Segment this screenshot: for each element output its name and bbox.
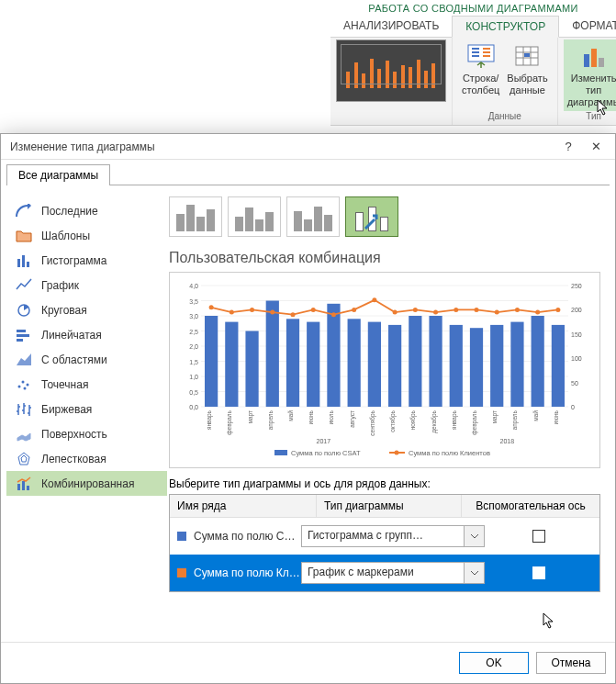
- svg-rect-56: [450, 325, 463, 407]
- svg-point-74: [454, 308, 458, 312]
- svg-point-15: [27, 383, 29, 386]
- svg-rect-11: [17, 334, 29, 337]
- tab-design[interactable]: КОНСТРУКТОР: [452, 16, 559, 38]
- scatter-icon: [16, 377, 32, 392]
- svg-point-103: [395, 451, 399, 455]
- type-templates[interactable]: Шаблоны: [6, 223, 167, 248]
- svg-rect-52: [368, 322, 381, 407]
- svg-rect-55: [429, 316, 442, 407]
- recent-icon: [16, 204, 32, 219]
- series-name-1: Сумма по полю Кл…: [194, 566, 301, 579]
- svg-text:июнь: июнь: [553, 409, 559, 424]
- subtype-custom[interactable]: [345, 196, 398, 237]
- subtype-3[interactable]: [286, 196, 340, 237]
- svg-rect-2: [524, 53, 530, 57]
- svg-text:ноябрь: ноябрь: [409, 409, 417, 430]
- bar-icon: [16, 328, 32, 342]
- series-row-1[interactable]: Сумма по полю Кл… График с маркерами: [170, 555, 599, 591]
- series-type-select-0[interactable]: Гистограмма с групп…: [301, 525, 485, 547]
- subtype-1[interactable]: [169, 196, 222, 237]
- svg-point-67: [311, 308, 316, 312]
- svg-rect-49: [307, 322, 319, 407]
- svg-rect-48: [286, 319, 299, 407]
- series-row-0[interactable]: Сумма по полю CS… Гистограмма с групп…: [170, 518, 599, 555]
- header-name: Имя ряда: [170, 495, 317, 517]
- svg-point-75: [475, 308, 479, 312]
- svg-text:3,5: 3,5: [189, 298, 198, 305]
- svg-text:февраль: февраль: [226, 409, 233, 434]
- type-column[interactable]: Гистограмма: [6, 248, 167, 273]
- chevron-down-icon: [464, 526, 484, 546]
- svg-rect-58: [490, 325, 503, 407]
- svg-point-62: [209, 305, 214, 309]
- type-line[interactable]: График: [6, 273, 167, 297]
- svg-text:0: 0: [571, 404, 575, 410]
- svg-text:март: март: [491, 410, 498, 424]
- help-button[interactable]: ?: [554, 140, 582, 153]
- pie-icon: [16, 303, 32, 318]
- close-button[interactable]: ✕: [582, 140, 610, 153]
- svg-text:2018: 2018: [500, 438, 515, 444]
- svg-text:200: 200: [571, 307, 582, 313]
- type-radar[interactable]: Лепестковая: [6, 446, 167, 471]
- svg-text:3,0: 3,0: [189, 313, 198, 320]
- svg-rect-12: [17, 339, 23, 342]
- subtype-row: [169, 196, 600, 237]
- svg-text:май: май: [532, 410, 539, 421]
- radar-icon: [16, 452, 32, 466]
- line-icon: [16, 278, 32, 293]
- secondary-axis-check-1[interactable]: [532, 566, 545, 579]
- ok-button[interactable]: OK: [459, 652, 529, 674]
- svg-point-68: [331, 312, 336, 317]
- surface-icon: [16, 427, 32, 442]
- svg-point-73: [433, 310, 438, 315]
- svg-text:январь: январь: [206, 409, 213, 430]
- svg-rect-19: [27, 486, 29, 490]
- series-instruction: Выберите тип диаграммы и ось для рядов д…: [169, 477, 600, 490]
- svg-rect-59: [510, 322, 523, 407]
- change-chart-type-button[interactable]: Изменить тип диаграммы: [564, 39, 616, 111]
- type-pie[interactable]: Круговая: [6, 297, 167, 322]
- svg-rect-10: [17, 330, 26, 332]
- svg-text:2,5: 2,5: [189, 329, 198, 335]
- dialog-tabs: Все диаграммы: [1, 160, 615, 185]
- dialog-titlebar: Изменение типа диаграммы ? ✕: [1, 134, 615, 160]
- series-type-select-1[interactable]: График с маркерами: [301, 562, 485, 584]
- area-icon: [16, 353, 32, 367]
- type-bar[interactable]: Линейчатая: [6, 322, 167, 347]
- secondary-axis-check-0[interactable]: [532, 530, 545, 543]
- type-surface[interactable]: Поверхность: [6, 421, 167, 446]
- svg-point-72: [413, 308, 418, 312]
- type-scatter[interactable]: Точечная: [6, 372, 167, 397]
- svg-point-70: [372, 297, 376, 302]
- svg-text:Сумма по полю Клиентов: Сумма по полю Клиентов: [409, 449, 490, 457]
- folder-icon: [16, 229, 32, 243]
- type-recent[interactable]: Последние: [6, 198, 167, 223]
- svg-rect-5: [599, 58, 604, 67]
- preview-box: 0,00,51,01,52,02,53,03,54,00501001502002…: [169, 272, 600, 468]
- type-stock[interactable]: Биржевая: [6, 397, 167, 421]
- chart-style-gallery[interactable]: [336, 39, 446, 102]
- svg-point-14: [22, 380, 25, 383]
- svg-rect-4: [591, 49, 597, 67]
- svg-text:0,0: 0,0: [189, 404, 198, 410]
- switch-row-col-button[interactable]: Строка/ столбец: [458, 39, 503, 111]
- type-combo[interactable]: Комбинированная: [6, 471, 167, 496]
- svg-text:100: 100: [571, 355, 582, 362]
- right-panel: Пользовательская комбинация 0,00,51,01,5…: [167, 191, 610, 642]
- tab-analyze[interactable]: АНАЛИЗИРОВАТЬ: [330, 16, 452, 37]
- change-chart-type-dialog: Изменение типа диаграммы ? ✕ Все диаграм…: [0, 133, 616, 684]
- svg-text:апрель: апрель: [511, 409, 519, 430]
- type-area[interactable]: С областями: [6, 347, 167, 372]
- tab-format[interactable]: ФОРМАТ: [559, 16, 616, 37]
- svg-rect-100: [274, 450, 287, 455]
- svg-point-76: [495, 310, 499, 315]
- ribbon-body: Строка/ столбец Выбрать данные Данные Из…: [330, 38, 616, 126]
- svg-rect-18: [22, 481, 25, 490]
- select-data-button[interactable]: Выбрать данные: [503, 39, 551, 111]
- svg-text:сентябрь: сентябрь: [369, 409, 376, 435]
- subtype-2[interactable]: [228, 196, 281, 237]
- tab-all-charts[interactable]: Все диаграммы: [6, 164, 110, 185]
- cancel-button[interactable]: Отмена: [536, 652, 606, 674]
- chevron-down-icon: [464, 563, 484, 583]
